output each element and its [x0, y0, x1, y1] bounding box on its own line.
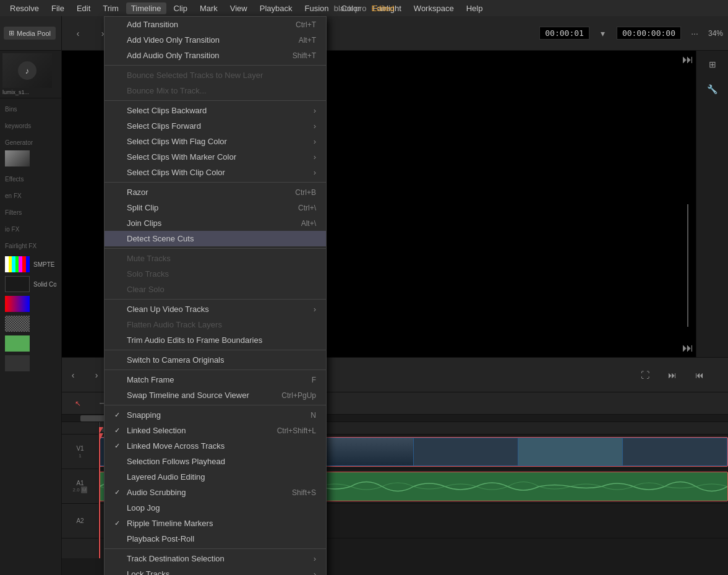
- menu-separator: [105, 405, 326, 405]
- list-item[interactable]: Solid Color: [0, 274, 61, 294]
- menu-label-trim-audio-edits: Trim Audio Edits to Frame Boundaries: [127, 335, 316, 345]
- menu-item-add-transition[interactable]: Add TransitionCtrl+T: [105, 17, 326, 32]
- menubar-item-mark[interactable]: Mark: [195, 2, 223, 14]
- menu-item-ripple-markers[interactable]: ✓Ripple Timeline Markers: [105, 516, 326, 531]
- menu-item-select-clips-forward[interactable]: Select Clips Forward›: [105, 118, 326, 134]
- menu-item-loop-jog[interactable]: Loop Jog: [105, 500, 326, 516]
- menu-item-add-audio-only-transition[interactable]: Add Audio Only TransitionShift+T: [105, 48, 326, 63]
- check-icon-ripple-markers: ✓: [114, 519, 124, 527]
- skip-to-end-button[interactable]: ⏭: [682, 53, 693, 66]
- next-clip-button[interactable]: ⏭: [661, 364, 683, 386]
- menu-item-select-clips-clip[interactable]: Select Clips With Clip Color›: [105, 165, 326, 180]
- menu-item-playback-post-roll[interactable]: Playback Post-Roll: [105, 531, 326, 547]
- submenu-arrow-select-clips-marker: ›: [314, 152, 316, 162]
- menubar-item-clip[interactable]: Clip: [169, 2, 192, 14]
- jog-controls: ‹ ›: [62, 364, 108, 386]
- menu-label-join-clips: Join Clips: [127, 218, 286, 228]
- menubar-item-trim[interactable]: Trim: [98, 2, 124, 14]
- menu-item-razor[interactable]: RazorCtrl+B: [105, 184, 326, 200]
- menu-item-split-clip[interactable]: Split ClipCtrl+\: [105, 200, 326, 215]
- menubar-item-playback[interactable]: Playback: [255, 2, 298, 14]
- shortcut-add-audio-only-transition: Shift+T: [293, 51, 316, 60]
- timecode-options[interactable]: ···: [683, 22, 706, 45]
- timecode-left[interactable]: 00:00:01: [539, 27, 589, 40]
- other-thumb: [5, 355, 30, 371]
- menu-item-lock-tracks[interactable]: Lock Tracks›: [105, 566, 326, 575]
- clip-thumb-5: [518, 438, 622, 465]
- menu-item-select-clips-flag[interactable]: Select Clips With Flag Color›: [105, 134, 326, 149]
- track-v1-label: V11: [76, 445, 84, 459]
- menu-label-loop-jog: Loop Jog: [127, 503, 316, 512]
- menu-item-track-dest[interactable]: Track Destination Selection›: [105, 551, 326, 566]
- menu-item-clean-up-video-tracks[interactable]: Clean Up Video Tracks›: [105, 301, 326, 317]
- menu-label-bounce-mix: Bounce Mix to Track...: [127, 86, 316, 95]
- menu-item-swap-timeline[interactable]: Swap Timeline and Source ViewerCtrl+PgUp: [105, 387, 326, 403]
- menu-item-select-clips-backward[interactable]: Select Clips Backward›: [105, 103, 326, 118]
- menu-item-trim-audio-edits[interactable]: Trim Audio Edits to Frame Boundaries: [105, 332, 326, 348]
- fullscreen-button[interactable]: ⛶: [634, 364, 656, 386]
- menubar-item-help[interactable]: Help: [461, 2, 488, 14]
- submenu-arrow-select-clips-forward: ›: [314, 121, 316, 131]
- media-pool-button[interactable]: ⊞ Media Pool: [4, 27, 56, 40]
- menu-item-join-clips[interactable]: Join ClipsAlt+\: [105, 215, 326, 231]
- menu-label-add-video-only-transition: Add Video Only Transition: [127, 35, 284, 45]
- menu-label-linked-selection: Linked Selection: [127, 426, 262, 435]
- menubar-item-resolve[interactable]: Resolve: [5, 2, 44, 14]
- last-frame-button[interactable]: ⏮: [688, 364, 711, 386]
- clip-thumb-6: [623, 438, 727, 465]
- app-title-area: black pro Edited: [334, 4, 395, 13]
- menu-item-detect-scene-cuts[interactable]: Detect Scene Cuts: [105, 231, 326, 246]
- submenu-arrow-clean-up-video-tracks: ›: [314, 305, 316, 314]
- timeline-start-button[interactable]: ‹: [62, 364, 84, 386]
- keywords-section-label: keywords: [0, 120, 61, 132]
- back-button[interactable]: ‹: [67, 22, 89, 45]
- menubar-item-file[interactable]: File: [46, 2, 69, 14]
- effects-toggle-button[interactable]: ⊞: [701, 53, 724, 76]
- list-item[interactable]: SMPTE Color Bar: [0, 254, 61, 274]
- menu-item-linked-move[interactable]: ✓Linked Move Across Tracks: [105, 438, 326, 454]
- menubar-item-timeline[interactable]: Timeline: [126, 2, 166, 14]
- scrubber-line: [687, 204, 688, 327]
- menu-label-audio-scrubbing: Audio Scrubbing: [127, 488, 277, 497]
- inspector-button[interactable]: 🔧: [701, 78, 724, 100]
- submenu-arrow-select-clips-clip: ›: [314, 168, 316, 177]
- track-header-a2: A2: [62, 504, 98, 538]
- effects-label: Effects: [0, 173, 61, 185]
- list-item[interactable]: [0, 294, 61, 314]
- menu-label-flatten-audio-track: Flatten Audio Track Layers: [127, 320, 316, 329]
- menu-item-selection-follows[interactable]: Selection Follows Playhead: [105, 454, 326, 469]
- cursor-tool[interactable]: ↖: [67, 392, 89, 415]
- menu-separator: [105, 100, 326, 101]
- menubar-item-workspace[interactable]: Workspace: [409, 2, 459, 14]
- media-pool-icon: ⊞: [9, 29, 14, 37]
- menu-item-bounce-mix: Bounce Mix to Track...: [105, 83, 326, 98]
- menu-item-layered-audio[interactable]: Layered Audio Editing: [105, 469, 326, 485]
- menu-label-bounce-selected-tracks: Bounce Selected Tracks to New Layer: [127, 71, 316, 80]
- generator-list: Effects en FX Filters io FX Fairlight FX: [0, 149, 61, 252]
- menu-item-add-video-only-transition[interactable]: Add Video Only TransitionAlt+T: [105, 32, 326, 48]
- skip-button-bottom[interactable]: ⏭: [682, 342, 693, 355]
- list-item[interactable]: [0, 149, 61, 168]
- menu-separator: [105, 182, 326, 183]
- list-item[interactable]: [0, 334, 61, 353]
- menu-label-select-clips-clip: Select Clips With Clip Color: [127, 168, 309, 177]
- menu-item-match-frame[interactable]: Match FrameF: [105, 372, 326, 387]
- menubar-item-edit[interactable]: Edit: [72, 2, 95, 14]
- shortcut-linked-selection: Ctrl+Shift+L: [277, 426, 316, 435]
- menu-item-select-clips-marker[interactable]: Select Clips With Marker Color›: [105, 149, 326, 165]
- menu-item-audio-scrubbing[interactable]: ✓Audio ScrubbingShift+S: [105, 485, 326, 500]
- menubar-item-view[interactable]: View: [225, 2, 252, 14]
- left-sidebar: ⊞ Media Pool ♪ lumix_s1... Bins keywords…: [0, 16, 62, 575]
- timecode-area: 00:00:01 ▾ 00:00:00:00 ··· 34%: [539, 22, 723, 45]
- menu-label-solo-tracks: Solo Tracks: [127, 269, 316, 279]
- list-item[interactable]: [0, 353, 61, 373]
- list-item[interactable]: [0, 314, 61, 334]
- menu-item-snapping[interactable]: ✓SnappingN: [105, 407, 326, 423]
- timecode-right[interactable]: 00:00:00:00: [617, 27, 681, 40]
- menubar-item-fusion[interactable]: Fusion: [300, 2, 334, 14]
- shortcut-match-frame: F: [312, 376, 316, 384]
- menu-item-switch-to-camera[interactable]: Switch to Camera Originals: [105, 352, 326, 368]
- playhead[interactable]: [99, 434, 100, 558]
- menu-item-linked-selection[interactable]: ✓Linked SelectionCtrl+Shift+L: [105, 423, 326, 438]
- timecode-dropdown[interactable]: ▾: [592, 22, 614, 45]
